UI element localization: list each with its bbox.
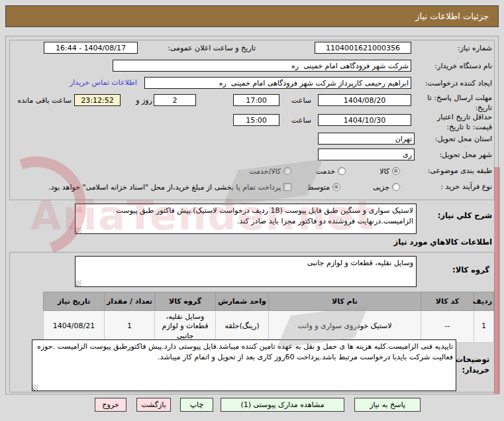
request-creator-field[interactable]	[144, 77, 411, 89]
remaining-days-field[interactable]	[154, 94, 196, 106]
radio-minor[interactable]	[392, 183, 400, 191]
col-quantity: تعداد / مقدار	[105, 292, 155, 311]
cell-need-date: 1404/08/21	[44, 311, 105, 343]
cell-quantity: 1	[105, 311, 155, 343]
buyer-org-field[interactable]	[113, 60, 411, 72]
price-validity-time-label: ساعت	[285, 116, 311, 126]
print-button[interactable]: چاپ	[180, 398, 213, 412]
col-unit: واحد شمارش	[216, 292, 269, 311]
back-button[interactable]: بازگشت	[136, 398, 171, 412]
cell-group: وسایل نقلیه، قطعات و لوازم جانبی	[155, 311, 216, 343]
price-validity-time-field[interactable]	[233, 114, 279, 126]
col-item-code: کد کالا	[421, 292, 474, 311]
reply-deadline-time-label: ساعت	[285, 96, 311, 106]
col-group: گروه کالا	[155, 292, 216, 311]
goods-section-heading: اطلاعات کالاهاي مورد نیاز	[360, 237, 492, 248]
radio-service[interactable]	[338, 167, 346, 175]
announce-datetime-field[interactable]	[44, 42, 138, 54]
goods-table: ردیف کد کالا نام کالا واحد شمارش گروه کا…	[43, 292, 494, 343]
remaining-time-label: ساعت باقی مانده	[8, 96, 72, 106]
col-need-date: تاریخ نیاز	[44, 292, 105, 311]
cell-row-number: 1	[474, 311, 494, 343]
radio-medium[interactable]	[332, 183, 340, 191]
need-number-label: شماره نیاز:	[426, 44, 492, 54]
goods-table-header-row: ردیف کد کالا نام کالا واحد شمارش گروه کا…	[44, 292, 494, 311]
radio-service-label: خدمت	[309, 167, 335, 177]
purchase-type-label: نوع فرآیند خرید :	[419, 182, 492, 192]
province-field[interactable]	[318, 133, 415, 145]
reply-deadline-date-field[interactable]	[318, 94, 411, 106]
treasury-docs-checkbox[interactable]	[283, 183, 291, 191]
need-desc-label: شرح کلي نیاز:	[431, 211, 492, 221]
announce-datetime-label: تاریخ و ساعت اعلان عمومی:	[140, 44, 256, 54]
radio-goods-service-label: کالا/خدمت	[233, 167, 281, 177]
goods-group-textarea[interactable]: وسایل نقلیه، قطعات و لوازم جانبی	[75, 256, 417, 287]
treasury-docs-label: پرداخت تمام یا بخشی از مبلغ خرید،از محل …	[5, 183, 281, 193]
col-row-number: ردیف	[474, 292, 494, 311]
buyer-contact-link[interactable]: اطلاعات تماس خریدار	[70, 78, 137, 87]
exit-button[interactable]: خروج	[95, 398, 126, 412]
goods-group-label: گروه کالا:	[443, 265, 489, 276]
radio-goods[interactable]	[392, 167, 400, 175]
col-item-name: نام کالا	[269, 292, 421, 311]
radio-minor-label: جزیی	[368, 183, 389, 193]
reply-to-need-button[interactable]: پاسخ به نیاز	[354, 398, 421, 412]
buyer-notes-textarea[interactable]: تاییدیه فنی الزامیست.کلیه هزینه ها ی حمل…	[32, 339, 456, 391]
cell-item-code: --	[421, 311, 474, 343]
days-label: روز و	[128, 96, 152, 106]
subject-class-label: طبقه بندی موضوعی:	[413, 166, 492, 176]
request-creator-label: ایجاد کننده درخواست:	[413, 79, 492, 89]
buyer-org-label: نام دستگاه خریدار:	[419, 62, 492, 72]
radio-goods-label: کالا	[368, 167, 389, 177]
cell-unit: (رینگ)حلقه	[216, 311, 269, 343]
province-label: استان محل تحویل:	[419, 135, 492, 145]
city-field[interactable]	[318, 149, 415, 160]
resize-grip-icon[interactable]	[76, 227, 81, 233]
reply-deadline-label: مهلت ارسال پاسخ: تا تاریخ:	[421, 93, 492, 113]
view-attachments-button[interactable]: مشاهده مدارک پیوستی (1)	[221, 398, 344, 412]
need-number-field[interactable]	[315, 42, 411, 54]
remaining-time-field[interactable]	[74, 94, 121, 106]
need-desc-textarea[interactable]: لاستیک سواری و سنگین طبق فایل پیوست (18 …	[75, 204, 417, 234]
page-title: جزئیات اطلاعات نیاز	[5, 5, 499, 27]
price-validity-label: حداقل تاریخ اعتبار قیمت: تا تاریخ:	[418, 113, 492, 133]
radio-goods-service[interactable]	[283, 167, 291, 175]
reply-deadline-time-field[interactable]	[233, 94, 279, 106]
table-row: 1 -- لاستیک خودروی سواری و وانت (رینگ)حل…	[44, 311, 494, 343]
radio-medium-label: متوسط	[299, 183, 330, 193]
need-details-window: جزئیات اطلاعات نیاز شماره نیاز: تاریخ و …	[0, 0, 504, 421]
city-label: شهر محل تحویل:	[419, 150, 492, 160]
resize-grip-icon[interactable]	[32, 385, 38, 391]
cell-item-name: لاستیک خودروی سواری و وانت	[269, 311, 421, 343]
price-validity-date-field[interactable]	[318, 114, 411, 126]
resize-grip-icon[interactable]	[76, 280, 81, 286]
